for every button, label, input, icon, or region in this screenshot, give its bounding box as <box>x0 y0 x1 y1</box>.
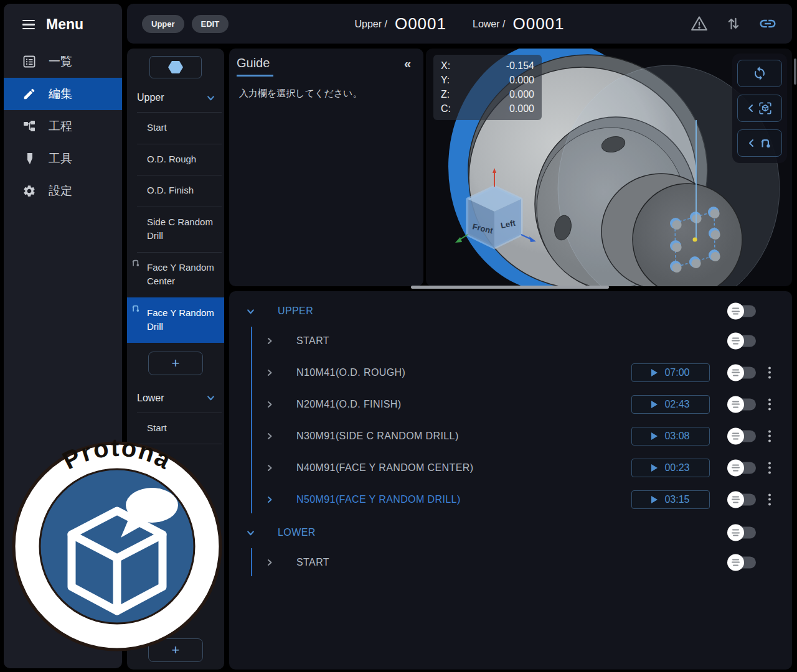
sidebar-item-label: 工程 <box>49 118 72 134</box>
tree-row-label: N10M41(O.D. ROUGH) <box>296 367 405 378</box>
refresh-view-button[interactable] <box>737 60 782 87</box>
mode-badge[interactable]: Upper <box>142 15 184 33</box>
program-numbers: Upper / O0001 Lower / O0001 <box>354 14 564 34</box>
simulate-time-button[interactable]: 00:23 <box>631 459 710 477</box>
chevron-right-icon[interactable] <box>265 337 274 345</box>
detail-toggle[interactable] <box>727 427 757 444</box>
simulate-time-button[interactable]: 03:08 <box>631 427 710 446</box>
more-options-icon[interactable] <box>768 430 771 442</box>
main-menu-sidebar: Menu 一覧 編集 工程 工具 設定 <box>4 4 122 668</box>
tree-group-label: UPPER <box>278 306 313 317</box>
chevron-right-icon[interactable] <box>265 432 274 441</box>
chevron-right-icon[interactable] <box>265 368 274 377</box>
sidebar-item-edit[interactable]: 編集 <box>4 78 122 110</box>
chevron-down-icon[interactable] <box>246 307 255 316</box>
tree-row-n10[interactable]: N10M41(O.D. ROUGH) 07:00 <box>229 357 792 388</box>
detail-toggle[interactable] <box>727 554 757 571</box>
tree-row-n40[interactable]: N40M91(FACE Y RANDOM CENTER) 00:23 <box>229 452 792 483</box>
vertical-scrollbar[interactable] <box>794 58 796 85</box>
chevron-left-icon <box>747 104 753 113</box>
chevron-right-icon[interactable] <box>265 558 274 567</box>
sidebar-item-label: 編集 <box>49 86 72 102</box>
lower-program: Lower / O0001 <box>473 14 565 34</box>
op-item-side-c-random-drill[interactable]: Side C Random Drill <box>127 207 224 252</box>
toolpath-view-button[interactable] <box>737 129 782 157</box>
program-tree-panel: UPPER START N10M41(O.D. ROUGH) 07:00 N20… <box>229 291 792 670</box>
simulate-time-button[interactable]: 02:43 <box>631 395 710 414</box>
op-item-lower-start[interactable]: Start <box>127 413 224 444</box>
simulate-time-button[interactable]: 03:15 <box>631 490 710 509</box>
chevron-down-icon <box>206 93 215 103</box>
detail-toggle[interactable] <box>727 525 757 541</box>
op-item-od-rough[interactable]: O.D. Rough <box>127 144 224 175</box>
detail-toggle[interactable] <box>727 364 757 381</box>
play-icon <box>651 432 658 440</box>
chevron-right-icon[interactable] <box>265 495 274 504</box>
y-value: 0.000 <box>451 75 534 86</box>
menu-title: Menu <box>46 16 83 33</box>
op-item-face-y-random-drill[interactable]: Face Y Random Drill <box>127 297 224 343</box>
more-options-icon[interactable] <box>768 493 771 505</box>
sync-icon <box>752 66 767 81</box>
detail-toggle[interactable] <box>727 491 757 508</box>
play-icon <box>651 464 658 472</box>
lower-group-header[interactable]: Lower <box>127 384 224 413</box>
fit-model-button[interactable] <box>737 95 782 122</box>
sidebar-item-label: 一覧 <box>49 54 72 70</box>
op-item-face-y-random-center[interactable]: Face Y Random Center <box>127 252 224 297</box>
op-item-start[interactable]: Start <box>127 112 224 144</box>
horizontal-scrollbar[interactable] <box>411 286 609 289</box>
chevron-left-icon <box>748 139 754 147</box>
process-tree-icon <box>22 119 36 133</box>
tool-icon <box>22 152 36 166</box>
sidebar-item-label: 工具 <box>49 151 72 167</box>
more-options-icon[interactable] <box>768 398 771 410</box>
tree-row-start[interactable]: START <box>229 325 792 357</box>
upper-program: Upper / O0001 <box>354 14 446 34</box>
edit-badge[interactable]: EDIT <box>192 15 229 33</box>
chevron-down-icon[interactable] <box>246 528 255 538</box>
hamburger-icon[interactable] <box>22 20 35 30</box>
more-options-icon[interactable] <box>768 462 771 474</box>
more-options-icon[interactable] <box>768 366 771 378</box>
tree-row-n30[interactable]: N30M91(SIDE C RANDOM DRILL) 03:08 <box>229 420 792 452</box>
c-value: 0.000 <box>451 103 534 114</box>
op-item-od-finish[interactable]: O.D. Finish <box>127 175 224 207</box>
x-value: -0.154 <box>451 60 534 72</box>
sidebar-item-process[interactable]: 工程 <box>4 110 122 142</box>
tree-group-lower[interactable]: LOWER <box>229 519 792 546</box>
play-icon <box>651 496 658 503</box>
detail-toggle[interactable] <box>727 396 757 413</box>
tree-group-upper[interactable]: UPPER <box>229 297 792 325</box>
link-icon[interactable] <box>758 14 777 33</box>
tree-row-n50-selected[interactable]: N50M91(FACE Y RANDOM DRILL) 03:15 <box>229 483 792 515</box>
3d-viewport[interactable]: Front Left X:-0.154 Y:0.000 Z:0.000 C:0.… <box>426 49 792 286</box>
detail-toggle[interactable] <box>727 459 757 476</box>
chevron-right-icon[interactable] <box>265 464 274 472</box>
sidebar-item-tools[interactable]: 工具 <box>4 142 122 175</box>
guide-title: Guide <box>237 56 273 77</box>
toolpath-icon <box>758 136 772 150</box>
add-lower-operation-button[interactable]: + <box>148 638 203 662</box>
part-shape-button[interactable] <box>149 56 202 78</box>
lower-children: START <box>229 546 792 578</box>
sidebar-item-list[interactable]: 一覧 <box>4 45 122 78</box>
upper-group-header[interactable]: Upper <box>127 83 224 112</box>
tree-row-lower-start[interactable]: START <box>229 546 792 578</box>
simulate-time-button[interactable]: 07:00 <box>631 363 710 382</box>
chevron-down-icon <box>206 393 215 403</box>
chevron-right-icon[interactable] <box>265 400 274 409</box>
tree-row-label: N50M91(FACE Y RANDOM DRILL) <box>296 494 461 505</box>
swap-vertical-icon[interactable] <box>725 15 742 32</box>
collapse-panel-icon[interactable]: « <box>400 56 415 72</box>
upper-children: START N10M41(O.D. ROUGH) 07:00 N20M41(O.… <box>229 325 792 515</box>
detail-toggle[interactable] <box>727 332 757 349</box>
detail-toggle[interactable] <box>727 303 757 320</box>
tree-row-n20[interactable]: N20M41(O.D. FINISH) 02:43 <box>229 388 792 420</box>
sidebar-item-label: 設定 <box>49 183 72 199</box>
warning-icon[interactable] <box>690 14 709 33</box>
sidebar-item-settings[interactable]: 設定 <box>4 175 122 207</box>
tree-group-label: LOWER <box>278 527 316 538</box>
menu-header: Menu <box>4 4 122 45</box>
add-operation-button[interactable]: + <box>148 352 203 375</box>
